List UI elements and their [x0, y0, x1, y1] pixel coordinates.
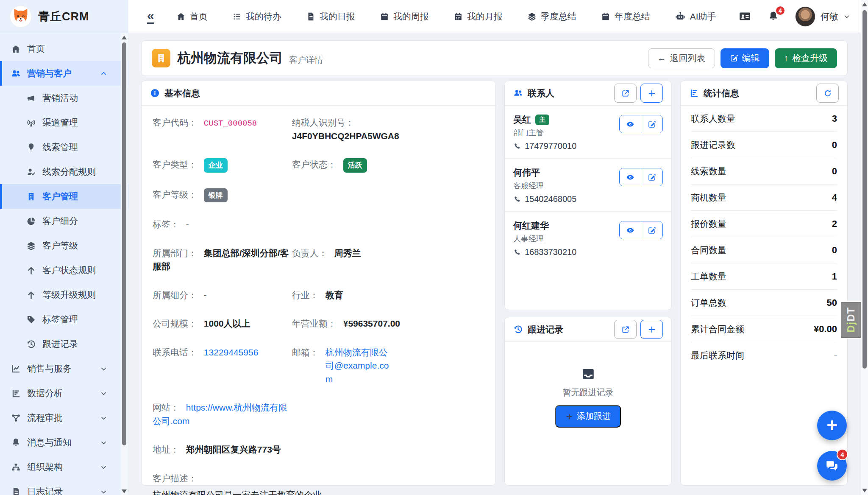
customer-type-badge[interactable]: 企业	[204, 158, 228, 173]
edit-button[interactable]: 编辑	[721, 48, 769, 68]
topnav-quarter-summary[interactable]: 季度总结	[527, 11, 576, 22]
basic-info-panel: 基本信息 客户代码： CUST_000058 纳税人识别号： J4F0YBHCQ…	[141, 81, 496, 486]
sidebar-item-home[interactable]: 首页	[0, 36, 128, 61]
sidebar-group-organization[interactable]: 组织架构	[0, 455, 128, 479]
external-link-icon	[621, 325, 630, 334]
scroll-up-arrow[interactable]	[122, 36, 127, 39]
email-link[interactable]: 杭州物流有限公司@example.com	[326, 346, 395, 386]
django-debug-toolbar-handle[interactable]: DjDT	[841, 302, 861, 338]
pencil-square-icon	[648, 226, 656, 235]
edit-contact-button[interactable]	[641, 115, 662, 133]
phone-link[interactable]: 13229445956	[204, 347, 258, 357]
view-contact-button[interactable]	[620, 168, 641, 186]
chat-fab[interactable]: 4	[817, 451, 847, 481]
topnav-home[interactable]: 首页	[176, 11, 208, 22]
sidebar-item-label: 客户细分	[42, 215, 78, 227]
sidebar-item-followup-records[interactable]: 跟进记录	[0, 332, 128, 356]
notifications-bell[interactable]: 4	[768, 11, 779, 22]
tags-value: -	[186, 219, 189, 229]
sidebar-item-customer-management[interactable]: 客户管理	[0, 184, 128, 209]
sidebar-item-lead-assignment-rules[interactable]: 线索分配规则	[0, 159, 128, 184]
check-upgrade-button[interactable]: ↑ 检查升级	[775, 48, 837, 68]
stat-row: 最后联系时间 -	[691, 342, 837, 368]
sidebar-group-marketing-customers[interactable]: 营销与客户	[0, 61, 128, 86]
topnav-weekly-report[interactable]: 我的周报	[380, 11, 429, 22]
topnav-my-todos[interactable]: 我的待办	[232, 11, 281, 22]
edit-contact-button[interactable]	[641, 221, 662, 239]
back-to-list-button[interactable]: ← 返回列表	[648, 48, 715, 68]
chat-bubbles-icon	[825, 459, 839, 473]
sidebar-group-data-analysis[interactable]: 数据分析	[0, 381, 128, 406]
sidebar-item-customer-levels[interactable]: 客户等级	[0, 233, 128, 258]
field-customer-status: 客户状态： 活跃	[292, 158, 484, 173]
topnav-daily-report[interactable]: 我的日报	[306, 11, 355, 22]
stat-value: 3	[832, 113, 837, 124]
sidebar-item-customer-segments[interactable]: 客户细分	[0, 209, 128, 233]
idcard-icon[interactable]	[738, 10, 751, 23]
stat-label: 累计合同金额	[691, 323, 744, 335]
scroll-down-arrow[interactable]	[122, 489, 127, 493]
calendar-icon	[601, 12, 610, 21]
field-label: 客户描述：	[153, 472, 480, 485]
sidebar-collapse-icon[interactable]: «	[147, 9, 154, 24]
flow-nodes-icon	[11, 413, 21, 423]
field-industry: 行业： 教育	[292, 288, 484, 302]
contacts-open-list-button[interactable]	[614, 84, 637, 103]
quick-add-fab[interactable]: +	[817, 411, 847, 440]
pie-chart-icon	[26, 216, 36, 226]
sidebar-item-label: 营销活动	[42, 92, 78, 104]
sidebar-scrollbar[interactable]	[121, 33, 128, 495]
sidebar-item-level-upgrade-rules[interactable]: 等级升级规则	[0, 282, 128, 307]
field-tax-id: 纳税人识别号： J4F0YBHCQ2HPA5WGA8	[292, 116, 484, 143]
followup-open-list-button[interactable]	[614, 320, 637, 339]
info-circle-icon	[150, 88, 160, 98]
sidebar-group-messages-notifications[interactable]: 消息与通知	[0, 430, 128, 455]
stat-label: 跟进记录数	[691, 139, 735, 151]
owner-value: 周秀兰	[334, 248, 361, 258]
sidebar-group-sales-service[interactable]: 销售与服务	[0, 356, 128, 381]
topnav-ai-assistant[interactable]: AI助手	[675, 11, 716, 22]
pencil-square-icon	[648, 120, 656, 129]
phone-icon	[513, 249, 521, 256]
sidebar-item-lead-management[interactable]: 线索管理	[0, 135, 128, 159]
customer-code-value: CUST_000058	[204, 119, 257, 128]
scroll-up-arrow[interactable]	[862, 3, 867, 6]
view-contact-button[interactable]	[620, 115, 641, 133]
followup-add-button[interactable]	[640, 320, 663, 339]
user-check-icon	[26, 167, 36, 177]
topbar: « 首页 我的待办 我的日报 我的周报 我的月报 季度总结 年度总结	[128, 0, 861, 33]
topnav-monthly-report[interactable]: 我的月报	[453, 11, 503, 22]
window-scrollbar-thumb[interactable]	[862, 10, 867, 369]
edit-contact-button[interactable]	[641, 168, 662, 186]
contact-name: 何红建华	[513, 220, 549, 232]
stats-refresh-button[interactable]	[816, 84, 839, 103]
scroll-down-arrow[interactable]	[862, 489, 867, 492]
sidebar-item-customer-status-rules[interactable]: 客户状态规则	[0, 258, 128, 282]
calendar-icon	[380, 12, 389, 21]
sidebar-group-process-approval[interactable]: 流程审批	[0, 406, 128, 430]
arrow-up-icon: ↑	[784, 53, 789, 63]
sidebar-item-channel-management[interactable]: 渠道管理	[0, 110, 128, 135]
topnav-label: 季度总结	[541, 11, 576, 22]
sidebar-group-logs[interactable]: 日志记录	[0, 479, 128, 495]
stat-label: 线索数量	[691, 165, 726, 177]
user-menu[interactable]: 何敏	[795, 6, 850, 27]
field-annual-revenue: 年营业额： ¥59635707.00	[292, 317, 484, 330]
stat-row: 累计合同金额 ¥0.00	[691, 316, 837, 342]
view-contact-button[interactable]	[620, 221, 641, 239]
sidebar-item-marketing-activities[interactable]: 营销活动	[0, 86, 128, 110]
field-label: 网站：	[153, 403, 179, 412]
sidebar-item-tag-management[interactable]: 标签管理	[0, 307, 128, 332]
sidebar-item-label: 线索管理	[42, 141, 78, 153]
building-icon-glyph	[156, 53, 167, 64]
stat-value: 0	[832, 166, 837, 177]
contacts-add-button[interactable]	[640, 84, 663, 103]
sidebar-scrollbar-thumb[interactable]	[122, 42, 126, 445]
window-scrollbar[interactable]	[861, 0, 868, 495]
stat-label: 最后联系时间	[691, 350, 744, 361]
sidebar-item-label: 数据分析	[27, 387, 63, 399]
topnav-year-summary[interactable]: 年度总结	[601, 11, 650, 22]
customer-level-badge: 银牌	[204, 188, 228, 203]
add-followup-button[interactable]: 添加跟进	[555, 405, 621, 428]
field-label: 客户代码：	[153, 117, 197, 127]
